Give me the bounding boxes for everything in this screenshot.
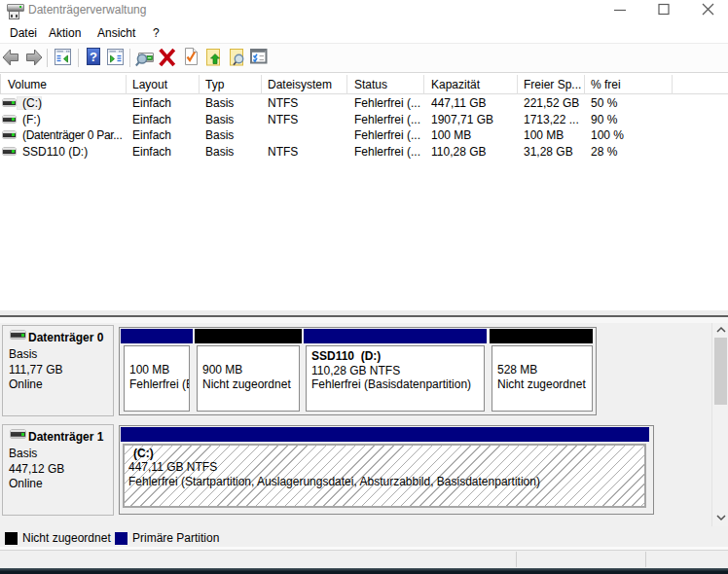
svg-text:?: ? xyxy=(90,50,97,64)
